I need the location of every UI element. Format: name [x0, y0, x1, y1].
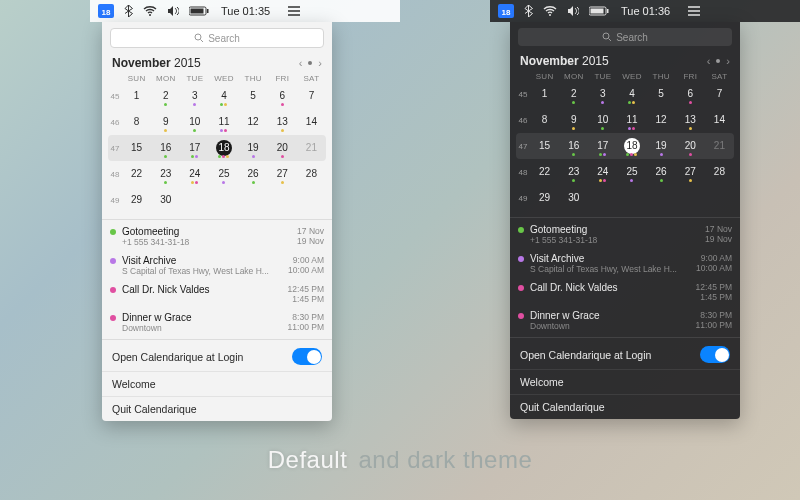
notification-center-icon[interactable]: [688, 6, 700, 16]
bluetooth-icon[interactable]: [124, 5, 133, 17]
day-cell[interactable]: 10: [180, 114, 209, 130]
prev-month-button[interactable]: ‹: [707, 55, 711, 67]
day-cell[interactable]: 20: [676, 138, 705, 154]
clock-text[interactable]: Tue 01:35: [221, 5, 270, 17]
day-cell[interactable]: 3: [180, 88, 209, 104]
quit-button[interactable]: Quit Calendarique: [102, 396, 332, 421]
day-cell[interactable]: 18: [617, 138, 646, 154]
day-cell[interactable]: 28: [297, 166, 326, 182]
day-cell[interactable]: 5: [647, 86, 676, 102]
day-cell[interactable]: [676, 189, 705, 207]
day-cell[interactable]: 15: [122, 140, 151, 156]
event-row[interactable]: Visit ArchiveS Capital of Texas Hwy, Wes…: [110, 251, 324, 280]
next-month-button[interactable]: ›: [726, 55, 730, 67]
login-toggle[interactable]: [700, 346, 730, 363]
day-cell[interactable]: 27: [676, 164, 705, 180]
day-cell[interactable]: 20: [268, 140, 297, 156]
day-cell[interactable]: 1: [122, 88, 151, 104]
day-cell[interactable]: 22: [530, 164, 559, 180]
event-row[interactable]: Gotomeeting+1 555 341-31-1817 Nov19 Nov: [110, 222, 324, 251]
day-cell[interactable]: 11: [209, 114, 238, 130]
event-row[interactable]: Call Dr. Nick Valdes12:45 PM1:45 PM: [518, 278, 732, 306]
day-cell[interactable]: 29: [530, 190, 559, 206]
app-menubar-icon[interactable]: 18: [98, 4, 114, 18]
day-cell[interactable]: 1: [530, 86, 559, 102]
day-cell[interactable]: [588, 189, 617, 207]
day-cell[interactable]: 29: [122, 192, 151, 208]
day-cell[interactable]: [617, 189, 646, 207]
day-cell[interactable]: 5: [239, 88, 268, 104]
day-cell[interactable]: 9: [151, 114, 180, 130]
day-cell[interactable]: 10: [588, 112, 617, 128]
day-cell[interactable]: 8: [530, 112, 559, 128]
day-cell[interactable]: 7: [297, 88, 326, 104]
next-month-button[interactable]: ›: [318, 57, 322, 69]
day-cell[interactable]: 24: [180, 166, 209, 182]
battery-icon[interactable]: [189, 6, 209, 16]
quit-button[interactable]: Quit Calendarique: [510, 394, 740, 419]
day-cell[interactable]: 25: [209, 166, 238, 182]
day-cell[interactable]: 13: [676, 112, 705, 128]
day-cell[interactable]: 22: [122, 166, 151, 182]
volume-icon[interactable]: [167, 6, 179, 16]
today-button[interactable]: [716, 59, 720, 63]
event-row[interactable]: Visit ArchiveS Capital of Texas Hwy, Wes…: [518, 249, 732, 278]
day-cell[interactable]: 30: [559, 190, 588, 206]
day-cell[interactable]: [297, 191, 326, 209]
day-cell[interactable]: 19: [239, 140, 268, 156]
day-cell[interactable]: 6: [268, 88, 297, 104]
battery-icon[interactable]: [589, 6, 609, 16]
clock-text[interactable]: Tue 01:36: [621, 5, 670, 17]
day-cell[interactable]: 26: [647, 164, 676, 180]
app-menubar-icon[interactable]: 18: [498, 4, 514, 18]
prev-month-button[interactable]: ‹: [299, 57, 303, 69]
event-row[interactable]: Gotomeeting+1 555 341-31-1817 Nov19 Nov: [518, 220, 732, 249]
day-cell[interactable]: 16: [151, 140, 180, 156]
day-cell[interactable]: 4: [209, 88, 238, 104]
day-cell[interactable]: [268, 191, 297, 209]
day-cell[interactable]: 21: [705, 138, 734, 154]
day-cell[interactable]: 13: [268, 114, 297, 130]
volume-icon[interactable]: [567, 6, 579, 16]
day-cell[interactable]: 19: [647, 138, 676, 154]
event-row[interactable]: Call Dr. Nick Valdes12:45 PM1:45 PM: [110, 280, 324, 308]
day-cell[interactable]: 12: [239, 114, 268, 130]
search-input[interactable]: Search: [518, 28, 732, 46]
day-cell[interactable]: 30: [151, 192, 180, 208]
day-cell[interactable]: [180, 191, 209, 209]
today-button[interactable]: [308, 61, 312, 65]
day-cell[interactable]: [239, 191, 268, 209]
wifi-icon[interactable]: [143, 6, 157, 16]
open-at-login-row[interactable]: Open Calendarique at Login: [102, 342, 332, 371]
welcome-button[interactable]: Welcome: [510, 369, 740, 394]
day-cell[interactable]: 11: [617, 112, 646, 128]
day-cell[interactable]: 8: [122, 114, 151, 130]
welcome-button[interactable]: Welcome: [102, 371, 332, 396]
day-cell[interactable]: 25: [617, 164, 646, 180]
search-input[interactable]: Search: [110, 28, 324, 48]
day-cell[interactable]: [705, 189, 734, 207]
day-cell[interactable]: 14: [297, 114, 326, 130]
notification-center-icon[interactable]: [288, 6, 300, 16]
day-cell[interactable]: 24: [588, 164, 617, 180]
event-row[interactable]: Dinner w GraceDowntown8:30 PM11:00 PM: [110, 308, 324, 337]
open-at-login-row[interactable]: Open Calendarique at Login: [510, 340, 740, 369]
day-cell[interactable]: 6: [676, 86, 705, 102]
day-cell[interactable]: 14: [705, 112, 734, 128]
day-cell[interactable]: 21: [297, 140, 326, 156]
day-cell[interactable]: 15: [530, 138, 559, 154]
day-cell[interactable]: 3: [588, 86, 617, 102]
day-cell[interactable]: 18: [209, 140, 238, 156]
day-cell[interactable]: 12: [647, 112, 676, 128]
day-cell[interactable]: 9: [559, 112, 588, 128]
bluetooth-icon[interactable]: [524, 5, 533, 17]
day-cell[interactable]: 28: [705, 164, 734, 180]
day-cell[interactable]: 7: [705, 86, 734, 102]
event-row[interactable]: Dinner w GraceDowntown8:30 PM11:00 PM: [518, 306, 732, 335]
wifi-icon[interactable]: [543, 6, 557, 16]
day-cell[interactable]: 4: [617, 86, 646, 102]
day-cell[interactable]: 2: [559, 86, 588, 102]
day-cell[interactable]: 16: [559, 138, 588, 154]
day-cell[interactable]: [647, 189, 676, 207]
day-cell[interactable]: 23: [559, 164, 588, 180]
